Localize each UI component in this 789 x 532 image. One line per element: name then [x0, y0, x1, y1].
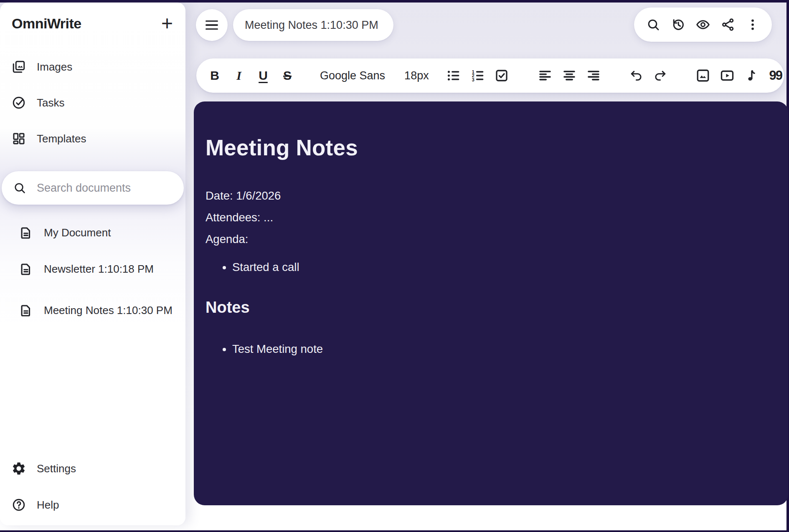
preview-button[interactable]: [695, 17, 710, 32]
app-logo: OmniWrite: [12, 15, 81, 32]
sidebar-item-images[interactable]: Images: [0, 57, 185, 77]
sidebar-header: OmniWrite +: [12, 12, 177, 35]
font-family-select[interactable]: Google Sans: [320, 69, 385, 82]
sidebar-item-label: Settings: [37, 462, 76, 475]
checkbox-icon: [494, 68, 509, 83]
document-title-pill: [233, 9, 393, 41]
document-icon: [19, 262, 33, 276]
bullet-list-icon: [446, 68, 461, 83]
align-right-icon: [586, 68, 601, 83]
share-icon: [721, 17, 736, 32]
sidebar-item-templates[interactable]: Templates: [0, 129, 185, 149]
search-icon: [13, 181, 27, 195]
italic-button[interactable]: I: [231, 65, 247, 86]
redo-button[interactable]: [652, 65, 669, 86]
history-button[interactable]: [671, 17, 686, 32]
document-icon: [19, 304, 33, 318]
app-window: OmniWrite + Images Tasks: [0, 0, 789, 532]
quote-button[interactable]: 99: [767, 65, 784, 86]
list-item: Test Meeting note: [232, 341, 771, 357]
format-toolbar: B I U S Google Sans 18px 1 2 3: [196, 58, 784, 93]
bullet-list-button[interactable]: [445, 65, 462, 86]
align-center-button[interactable]: [561, 65, 578, 86]
sidebar-item-label: Help: [37, 499, 59, 512]
numbered-list-icon: 1 2 3: [470, 68, 485, 83]
undo-button[interactable]: [628, 65, 644, 86]
help-icon: [11, 497, 26, 512]
doc-item-my-document[interactable]: My Document: [0, 221, 185, 245]
insert-image-button[interactable]: [695, 65, 711, 86]
svg-text:3: 3: [472, 77, 474, 82]
bold-button[interactable]: B: [206, 65, 223, 86]
templates-icon: [11, 131, 26, 146]
align-right-button[interactable]: [585, 65, 602, 86]
history-icon: [671, 17, 686, 32]
insert-image-icon: [695, 68, 710, 83]
doc-item-title: My Document: [44, 225, 175, 240]
list-group: 1 2 3: [445, 65, 510, 86]
underline-button[interactable]: U: [255, 65, 271, 86]
text-style-group: B I U S: [206, 65, 296, 86]
menu-button[interactable]: [196, 9, 228, 41]
new-document-button[interactable]: +: [157, 13, 177, 33]
align-center-icon: [562, 68, 577, 83]
search-input[interactable]: [36, 181, 161, 195]
checklist-button[interactable]: [493, 65, 510, 86]
align-group: [537, 65, 602, 86]
insert-group: 99: [695, 65, 784, 86]
editor-canvas[interactable]: Meeting Notes Date: 1/6/2026 Attendees: …: [194, 101, 788, 505]
strikethrough-button[interactable]: S: [279, 65, 296, 86]
agenda-list: Started a call: [205, 259, 771, 276]
history-group: [628, 65, 669, 86]
meta-line-date: Date: 1/6/2026: [205, 187, 771, 204]
list-item: Started a call: [232, 259, 771, 276]
images-icon: [11, 59, 26, 74]
topbar-actions: [634, 8, 772, 42]
sidebar-item-label: Templates: [37, 132, 86, 145]
search-button[interactable]: [646, 17, 661, 32]
numbered-list-button[interactable]: 1 2 3: [469, 65, 486, 86]
sidebar-item-label: Images: [37, 61, 72, 73]
search-icon: [646, 17, 661, 32]
more-vert-icon: [745, 17, 760, 32]
notes-list: Test Meeting note: [205, 341, 771, 357]
doc-item-title: Newsletter 1:10:18 PM: [44, 262, 175, 276]
document-icon: [19, 226, 33, 240]
insert-video-icon: [720, 68, 735, 83]
doc-item-newsletter[interactable]: Newsletter 1:10:18 PM: [0, 258, 185, 281]
sidebar-item-help[interactable]: Help: [0, 495, 185, 515]
undo-icon: [629, 68, 644, 83]
meta-line-attendees: Attendees: ...: [205, 209, 771, 226]
insert-audio-button[interactable]: [743, 65, 760, 86]
align-left-icon: [538, 68, 553, 83]
sidebar-item-label: Tasks: [37, 96, 64, 109]
share-button[interactable]: [721, 17, 736, 32]
sidebar: OmniWrite + Images Tasks: [0, 3, 185, 525]
document-search: [2, 171, 184, 205]
font-size-select[interactable]: 18px: [404, 69, 429, 82]
music-note-icon: [744, 68, 759, 83]
sidebar-item-settings[interactable]: Settings: [0, 459, 185, 479]
sidebar-item-tasks[interactable]: Tasks: [0, 93, 185, 113]
notes-heading: Notes: [205, 297, 771, 318]
insert-video-button[interactable]: [719, 65, 736, 86]
preview-eye-icon: [695, 17, 710, 32]
more-options-button[interactable]: [745, 17, 760, 32]
hamburger-icon: [205, 20, 218, 22]
doc-item-title: Meeting Notes 1:10:30 PM: [44, 303, 175, 318]
align-left-button[interactable]: [537, 65, 553, 86]
tasks-icon: [11, 95, 26, 110]
document-title-input[interactable]: [233, 19, 393, 32]
meta-line-agenda: Agenda:: [205, 231, 771, 248]
settings-gear-icon: [11, 461, 26, 476]
redo-icon: [653, 68, 668, 83]
document-heading: Meeting Notes: [205, 134, 771, 162]
doc-item-meeting-notes[interactable]: Meeting Notes 1:10:30 PM: [0, 291, 185, 330]
